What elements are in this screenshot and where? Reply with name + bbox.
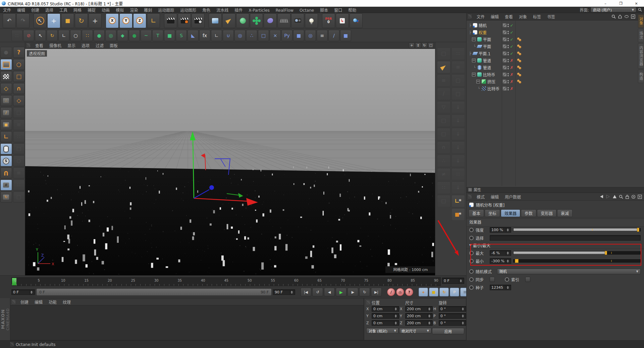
current-frame-field[interactable]: 0 F <box>442 278 464 284</box>
disabled-tool-5[interactable]: ○ <box>13 155 25 166</box>
object-manager-menu-item[interactable]: 文件 <box>474 15 488 19</box>
strip-tool-15[interactable]: □ <box>451 74 465 87</box>
panel-grip[interactable] <box>468 195 472 199</box>
path-icon[interactable] <box>624 14 629 19</box>
anim-dot-icon[interactable] <box>469 236 474 240</box>
menu-item[interactable]: 动画 <box>99 8 113 13</box>
menu-item[interactable]: 创建 <box>28 8 42 13</box>
strip-tool-14[interactable]: ≡ <box>451 61 465 73</box>
menu-item[interactable]: 脚本 <box>317 8 331 13</box>
selection-polygon-tool[interactable]: ◇ <box>13 95 25 106</box>
home-icon[interactable] <box>618 14 622 19</box>
stepper-icon[interactable] <box>461 321 465 326</box>
attribute-tab[interactable]: 衰减 <box>557 209 573 217</box>
strength-slider[interactable] <box>513 228 641 231</box>
stepper-icon[interactable] <box>394 321 397 326</box>
visibility-dots-icon[interactable] <box>507 87 509 90</box>
strip-tool-18[interactable]: ↓ <box>451 115 465 127</box>
enabled-state-icon[interactable]: ✓ <box>509 44 514 49</box>
render-picture-viewer-button[interactable] <box>178 13 191 28</box>
collapse-triangle-icon[interactable]: ▼ <box>469 243 472 247</box>
strip-tool-22[interactable]: ∷ <box>451 168 465 181</box>
python-tool[interactable]: Py <box>281 30 292 41</box>
mograph-tag-icon[interactable] <box>517 73 521 76</box>
menu-item[interactable]: 帮助 <box>345 8 359 13</box>
cluster-dots-tool[interactable]: ● <box>94 30 105 41</box>
visibility-dots-icon[interactable] <box>507 38 509 41</box>
mograph-tag-icon[interactable] <box>517 45 521 48</box>
strength-field[interactable]: 100 % <box>490 227 511 233</box>
position-field[interactable]: 0 cm <box>372 313 399 319</box>
circle-dots-tool[interactable]: ○ <box>70 30 81 41</box>
cube-spline-tool[interactable]: ■ <box>164 30 175 41</box>
apply-button[interactable]: 应用 <box>432 328 464 334</box>
keyframe-selection-button[interactable]: ? <box>405 288 413 296</box>
rotate-workplane-tool[interactable]: ↻ <box>0 192 12 203</box>
expand-toggle-icon[interactable] <box>472 59 476 62</box>
stepper-icon[interactable] <box>427 321 431 326</box>
deformers-menu-button[interactable] <box>264 13 277 28</box>
minimize-button[interactable]: – <box>598 0 613 7</box>
menu-item[interactable]: 模拟 <box>113 8 127 13</box>
autokey-button[interactable]: ◎ <box>396 288 404 296</box>
maximize-view-icon[interactable]: □ <box>428 43 434 48</box>
rotate-tool[interactable]: ↻ <box>75 13 88 28</box>
material-menu-item[interactable]: 创建 <box>17 300 32 305</box>
stepper-icon[interactable] <box>506 251 509 256</box>
orbit-dots-tool[interactable]: ↻ <box>47 30 58 41</box>
object-manager-menu-item[interactable]: 对象 <box>516 15 530 19</box>
strip-tool-13[interactable]: ∷ <box>451 48 465 60</box>
generators-menu-button[interactable] <box>236 13 249 28</box>
panel-grip[interactable] <box>10 342 14 347</box>
disabled-tool-2[interactable]: ≡ <box>13 119 25 130</box>
material-menu-item[interactable]: 纹理 <box>60 300 74 305</box>
visibility-dots-icon[interactable] <box>507 52 509 55</box>
object-row-random[interactable]: ├ 随机 ✓ <box>467 22 638 29</box>
pair-cubes-tool[interactable]: ■ <box>340 30 351 41</box>
enabled-state-icon[interactable]: ✗ <box>509 79 514 84</box>
text-spline-tool[interactable]: T <box>152 30 163 41</box>
layer-chip-icon[interactable] <box>502 58 507 63</box>
stepper-icon[interactable] <box>461 314 465 319</box>
stepper-icon[interactable] <box>506 259 509 264</box>
stepper-icon[interactable] <box>459 278 463 284</box>
attribute-tab[interactable]: 变形器 <box>537 209 556 217</box>
rotate-view-icon[interactable]: ↻ <box>422 43 427 48</box>
menu-item[interactable]: 角色 <box>199 8 213 13</box>
stepper-icon[interactable] <box>506 227 509 232</box>
minimum-field[interactable]: -300 % <box>490 258 511 264</box>
enabled-state-icon[interactable]: ✗ <box>509 65 514 70</box>
disabled-tool-4[interactable]: □ <box>13 143 25 154</box>
anim-dot-icon[interactable] <box>469 285 474 290</box>
object-row-pipe-cloner[interactable]: 管道 ✗ <box>467 57 638 64</box>
selection-live-tool[interactable]: ○ <box>13 59 25 70</box>
environment-menu-button[interactable] <box>277 13 290 28</box>
disabled-tool-6[interactable]: ≡ <box>13 167 25 179</box>
cloth-sail-tool[interactable]: ◣ <box>187 30 199 41</box>
material-menu-item[interactable]: 编辑 <box>32 300 46 305</box>
strip-pen-tool[interactable] <box>437 61 450 73</box>
prev-frame-button[interactable]: ◀ <box>324 288 335 296</box>
object-manager-menu-item[interactable]: 标签 <box>530 15 544 19</box>
strip-tool-12[interactable]: □ <box>437 195 450 207</box>
visibility-dots-icon[interactable] <box>507 59 509 62</box>
rotation-field[interactable]: 0 ° <box>439 306 466 312</box>
lightning-tool[interactable]: / <box>328 30 339 41</box>
menu-item[interactable]: Octane <box>297 8 317 13</box>
visibility-dots-icon[interactable] <box>507 73 509 76</box>
last-used-tool[interactable]: + <box>89 13 102 28</box>
sculpt-mode-tool[interactable]: ● <box>0 47 12 58</box>
strip-tool-3[interactable]: ≡ <box>437 74 450 87</box>
search-icon[interactable] <box>619 195 623 199</box>
maximize-button[interactable]: ❐ <box>613 0 629 7</box>
menu-item[interactable]: 捕捉 <box>85 8 99 13</box>
fluid-cup-tool[interactable]: ∪ <box>223 30 234 41</box>
points-mode-tool[interactable]: ∴ <box>0 95 12 106</box>
visibility-dots-icon[interactable] <box>507 31 509 34</box>
size-field[interactable]: 200 cm <box>405 306 433 312</box>
spline-menu-button[interactable] <box>222 13 235 28</box>
selection-rectangle-tool[interactable]: □ <box>13 71 25 82</box>
mograph-tag-icon[interactable] <box>517 66 521 69</box>
range-start-field[interactable]: 0 F <box>11 289 35 295</box>
render-settings-button[interactable] <box>192 13 205 28</box>
